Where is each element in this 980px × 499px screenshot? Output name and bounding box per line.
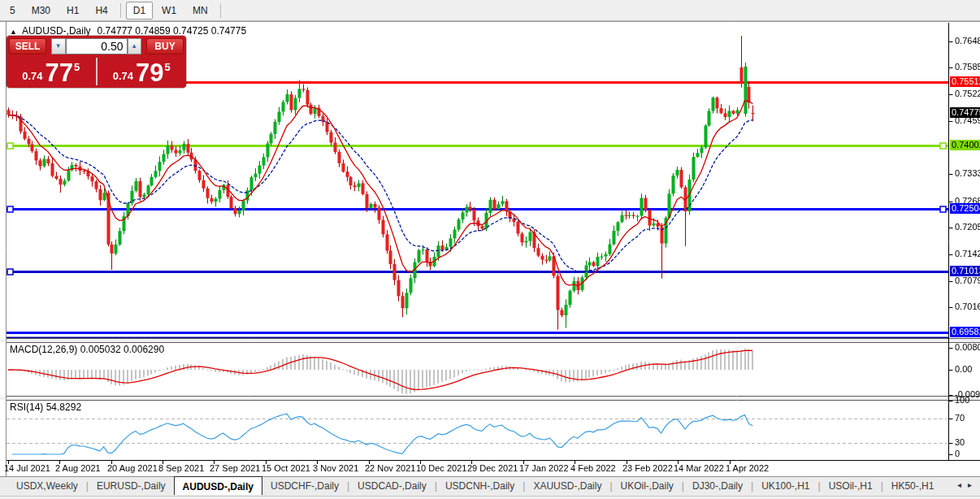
buy-price-pip-digit: 5 bbox=[165, 61, 171, 73]
price-axis-label: 0.71425 bbox=[955, 249, 980, 258]
rsi-axis-label: 100 bbox=[955, 395, 969, 405]
timeframe-button-5[interactable]: 5 bbox=[2, 2, 23, 20]
date-axis-label: 3 Nov 2021 bbox=[313, 463, 358, 473]
toolbar-separator bbox=[220, 3, 221, 18]
level-price-box: 0.69582 bbox=[950, 327, 980, 337]
rsi-axis-label: 70 bbox=[955, 413, 965, 423]
buy-price-prefix: 0.74 bbox=[113, 70, 133, 82]
terminal-window: 5M30H1H4D1W1MN ▲AUDUSD-,Daily0.74777 0.7… bbox=[0, 0, 980, 499]
level-price-box: 0.72504 bbox=[950, 203, 980, 214]
chart-tab-dj30-daily[interactable]: DJ30-,Daily bbox=[684, 477, 751, 494]
sell-price-display[interactable]: 0.74 77 5 bbox=[7, 56, 96, 87]
timeframe-button-mn[interactable]: MN bbox=[185, 2, 215, 20]
level-price-box: 0.71013 bbox=[950, 266, 980, 276]
rsi-axis-label: 30 bbox=[955, 437, 965, 447]
volume-increase-button[interactable]: ▲ bbox=[128, 38, 142, 54]
timeframe-button-m30[interactable]: M30 bbox=[24, 2, 58, 20]
date-axis-label: 10 Dec 2021 bbox=[416, 463, 466, 473]
sell-price-prefix: 0.74 bbox=[22, 70, 42, 82]
date-axis-label: 23 Feb 2022 bbox=[622, 463, 673, 473]
macd-label: MACD(12,26,9) 0.005032 0.006290 bbox=[10, 344, 164, 355]
buy-button[interactable]: BUY bbox=[146, 38, 184, 54]
date-axis-label: 8 Sep 2021 bbox=[158, 463, 204, 473]
date-axis-label: 15 Oct 2021 bbox=[262, 463, 310, 473]
date-axis-label: 1 Apr 2022 bbox=[726, 463, 769, 473]
volume-decrease-button[interactable]: ▼ bbox=[51, 38, 66, 54]
sell-price-pip-digit: 5 bbox=[74, 61, 80, 73]
level-price-box: 0.74002 bbox=[950, 140, 980, 150]
collapse-triangle-icon[interactable]: ▲ bbox=[10, 28, 17, 36]
date-axis-label: 2 Aug 2021 bbox=[55, 463, 101, 473]
tab-scroll-left-icon[interactable]: ◂ bbox=[954, 480, 965, 489]
price-axis-label: 0.73330 bbox=[955, 168, 980, 178]
trade-panel-top-row: SELL ▼ ▲ BUY bbox=[7, 36, 186, 55]
chart-tab-eurusd-daily[interactable]: EURUSD-,Daily bbox=[89, 477, 174, 494]
chart-tab-usdcad-daily[interactable]: USDCAD-,Daily bbox=[349, 477, 435, 494]
chart-tab-audusd-daily[interactable]: AUDUSD-,Daily bbox=[174, 476, 262, 495]
current-price-box: 0.74775 bbox=[950, 107, 980, 118]
timeframe-button-h4[interactable]: H4 bbox=[88, 2, 115, 20]
chart-tab-hk50-h1[interactable]: HK50-,H1 bbox=[883, 477, 943, 494]
price-axis-label: 0.70165 bbox=[955, 302, 980, 311]
price-axis-label: 0.72055 bbox=[955, 222, 980, 232]
price-axis-label: 0.76480 bbox=[955, 36, 980, 46]
date-axis-label: 29 Dec 2021 bbox=[467, 463, 518, 473]
buy-price-display[interactable]: 0.74 79 5 bbox=[98, 56, 187, 87]
date-axis-label: 14 Jul 2021 bbox=[4, 463, 50, 473]
rsi-label: RSI(14) 54.8292 bbox=[10, 401, 81, 413]
sell-button[interactable]: SELL bbox=[9, 38, 46, 54]
chart-tab-usoil-h1[interactable]: USOil-,H1 bbox=[821, 477, 881, 494]
buy-price-big-digits: 79 bbox=[136, 62, 163, 85]
price-axis-label: 0.70795 bbox=[955, 276, 980, 285]
chart-tab-usdchf-daily[interactable]: USDCHF-,Daily bbox=[262, 477, 347, 494]
chart-tab-usdcnh-daily[interactable]: USDCNH-,Daily bbox=[437, 477, 523, 494]
tab-scroll-arrows: ◂▸ bbox=[954, 480, 975, 489]
timeframe-button-d1[interactable]: D1 bbox=[126, 2, 153, 20]
chart-tab-ukoil-daily[interactable]: UKOil-,Daily bbox=[613, 477, 682, 494]
tab-scroll-right-icon[interactable]: ▸ bbox=[965, 480, 975, 489]
chart-symbol-period: AUDUSD-,Daily bbox=[22, 25, 91, 37]
chart-ohlc-values: 0.74777 0.74859 0.74725 0.74775 bbox=[98, 25, 247, 37]
rsi-axis-label: 0 bbox=[955, 449, 960, 458]
one-click-trade-panel: SELL ▼ ▲ BUY 0.74 77 5 0.74 79 5 bbox=[7, 36, 186, 88]
chart-title: ▲AUDUSD-,Daily0.74777 0.74859 0.74725 0.… bbox=[10, 25, 246, 37]
level-price-box: 0.75512 bbox=[950, 76, 980, 87]
chart-tab-xauusd-daily[interactable]: XAUUSD-,Daily bbox=[525, 477, 609, 494]
date-axis-label: 4 Feb 2022 bbox=[570, 463, 616, 473]
toolbar-separator bbox=[120, 3, 121, 18]
date-axis-label: 20 Aug 2021 bbox=[107, 463, 158, 473]
chart-tab-uk100-h1[interactable]: UK100-,H1 bbox=[753, 477, 817, 494]
timeframe-button-h1[interactable]: H1 bbox=[59, 2, 86, 20]
timeframe-toolbar: 5M30H1H4D1W1MN bbox=[0, 0, 980, 21]
timeframe-button-w1[interactable]: W1 bbox=[154, 2, 184, 20]
trade-panel-price-row: 0.74 77 5 0.74 79 5 bbox=[7, 56, 186, 87]
date-axis-label: 22 Nov 2021 bbox=[365, 463, 415, 473]
macd-axis-label: 0.00806 bbox=[955, 342, 980, 352]
price-axis-label: 0.75220 bbox=[955, 89, 980, 98]
date-axis-label: 14 Mar 2022 bbox=[674, 463, 724, 473]
date-axis-label: 27 Sep 2021 bbox=[210, 463, 260, 473]
volume-input[interactable] bbox=[66, 38, 128, 54]
status-strip bbox=[0, 496, 980, 499]
chart-tab-usdx-weekly[interactable]: USDX,Weekly bbox=[8, 477, 86, 494]
price-axis-label: 0.75850 bbox=[955, 62, 980, 72]
chart-tab-bar: USDX,Weekly|EURUSD-,DailyAUDUSD-,DailyUS… bbox=[0, 476, 980, 496]
date-axis-label: 17 Jan 2022 bbox=[519, 463, 569, 473]
macd-axis-label: 0.00 bbox=[955, 364, 972, 374]
sell-price-big-digits: 77 bbox=[46, 62, 73, 85]
